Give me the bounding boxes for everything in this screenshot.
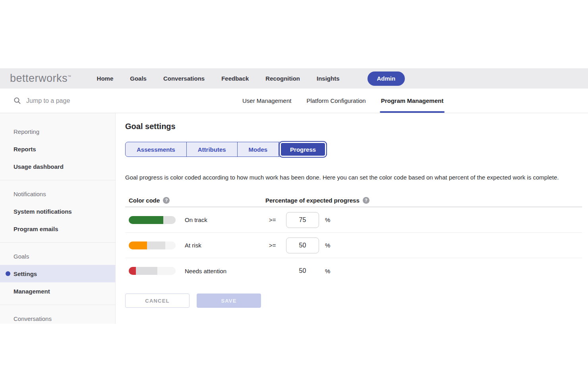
table-row-needs-attention: Needs attention 50 % [125,258,582,284]
tab-user-management[interactable]: User Management [242,89,291,113]
trademark-symbol: ™ [68,75,72,79]
nav-item-home[interactable]: Home [97,75,114,82]
row-label: Needs attention [185,268,269,274]
app-window: betterworks™ Home Goals Conversations Fe… [0,68,588,324]
at-risk-color-bar [129,241,176,249]
sidebar-group-notifications: Notifications System notifications Progr… [0,180,115,242]
sidebar-item-usage-dashboard[interactable]: Usage dashboard [0,158,115,175]
sidebar-item-label: Settings [14,270,37,277]
save-button[interactable]: SAVE [197,294,261,308]
row-operator: >= [269,216,286,223]
tab-progress[interactable]: Progress [279,141,327,158]
tab-modes[interactable]: Modes [238,142,279,156]
sidebar-item-management[interactable]: Management [0,282,115,300]
row-label: At risk [185,242,269,249]
nav-item-goals[interactable]: Goals [130,75,147,82]
jump-to-page-search[interactable] [14,89,114,113]
table-header: Color code ? Percentage of expected prog… [125,194,582,207]
sidebar-item-reports[interactable]: Reports [0,140,115,158]
at-risk-threshold-input[interactable] [286,238,319,253]
row-label: On track [185,216,269,223]
sidebar-item-program-emails[interactable]: Program emails [0,220,115,238]
help-icon[interactable]: ? [163,197,170,204]
sidebar-item-system-notifications[interactable]: System notifications [0,203,115,220]
logo-text: betterworks [10,72,68,84]
page-canvas: betterworks™ Home Goals Conversations Fe… [0,0,588,392]
admin-section-tabs: User Management Platform Configuration P… [242,89,443,113]
needs-attention-threshold-value: 50 [286,267,319,274]
needs-attention-color-bar [129,267,176,275]
body-wrap: Reporting Reports Usage dashboard Notifi… [0,113,588,324]
top-navigation: Home Goals Conversations Feedback Recogn… [97,71,405,86]
nav-item-insights[interactable]: Insights [317,75,340,82]
percent-unit: % [325,216,330,223]
search-input[interactable] [26,97,114,104]
row-operator: >= [269,242,286,249]
active-indicator-dot [6,271,10,276]
table-row-at-risk: At risk >= % [125,233,582,258]
sidebar-header-reporting: Reporting [0,123,115,140]
betterworks-logo: betterworks™ [10,72,72,85]
color-code-table: Color code ? Percentage of expected prog… [125,194,582,284]
tab-platform-configuration[interactable]: Platform Configuration [306,89,366,113]
nav-item-conversations[interactable]: Conversations [163,75,205,82]
table-row-on-track: On track >= % [125,207,582,233]
sidebar-item-settings[interactable]: Settings [0,265,115,282]
help-icon[interactable]: ? [363,197,369,204]
search-icon [14,97,21,104]
form-actions: CANCEL SAVE [125,294,588,308]
percent-unit: % [325,268,330,274]
percent-unit: % [325,242,330,249]
sidebar-group-conversations: Conversations [0,305,115,332]
cancel-button[interactable]: CANCEL [125,294,190,308]
tab-program-management[interactable]: Program Management [381,89,444,113]
tab-attributes[interactable]: Attributes [187,142,238,156]
secondary-bar: User Management Platform Configuration P… [0,89,588,113]
page-title: Goal settings [125,122,588,131]
column-percentage: Percentage of expected progress ? [265,197,369,204]
progress-description: Goal progress is color coded according t… [125,173,578,182]
column-label: Color code [129,197,160,204]
sidebar-group-goals: Goals Settings Management [0,242,115,305]
column-color-code: Color code ? [129,197,265,204]
main-content: Goal settings Assessments Attributes Mod… [116,113,588,308]
column-label: Percentage of expected progress [265,197,360,204]
sidebar-group-reporting: Reporting Reports Usage dashboard [0,118,115,180]
nav-item-recognition[interactable]: Recognition [265,75,300,82]
top-header-bar: betterworks™ Home Goals Conversations Fe… [0,68,588,89]
nav-item-admin[interactable]: Admin [368,71,405,86]
tab-assessments[interactable]: Assessments [126,142,187,156]
on-track-threshold-input[interactable] [286,212,319,228]
sidebar-header-conversations: Conversations [0,310,115,327]
on-track-color-bar [129,216,176,224]
sidebar-header-goals: Goals [0,247,115,265]
nav-item-feedback[interactable]: Feedback [221,75,249,82]
settings-sidebar: Reporting Reports Usage dashboard Notifi… [0,113,116,324]
sidebar-header-notifications: Notifications [0,185,115,203]
goal-settings-tabs: Assessments Attributes Modes Progress [125,142,327,157]
